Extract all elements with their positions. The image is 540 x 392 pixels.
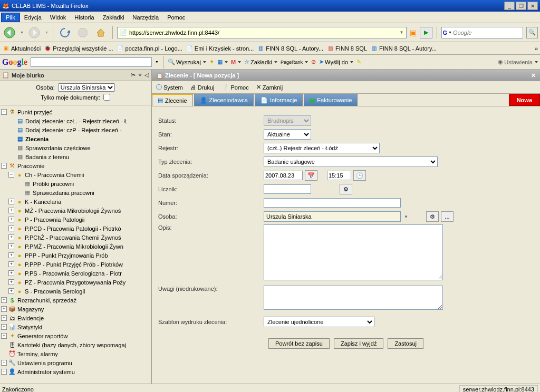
tree-item[interactable]: Próbki pracowni <box>33 181 74 187</box>
menu-narzedzia[interactable]: Narzędzia <box>129 13 163 22</box>
rejestr-select[interactable]: (czŁ.) Rejestr zleceń - Łódź <box>264 143 380 153</box>
expander-icon[interactable]: − <box>1 109 7 115</box>
close-button[interactable]: ✕ <box>527 2 538 10</box>
szablon-select[interactable]: Zlecenie ujednolicone <box>264 317 374 327</box>
save-button[interactable]: Zapisz i wyjdź <box>334 338 383 349</box>
menu-zamknij[interactable]: ✕Zamknij <box>256 84 283 91</box>
tree-item[interactable]: Zlecenia <box>25 136 49 142</box>
bm-aktualnosci[interactable]: ▣Aktualności <box>2 45 41 52</box>
tab-zleceniodawca[interactable]: 👤Zleceniodawca <box>194 94 254 106</box>
expander-icon[interactable]: − <box>8 172 14 178</box>
expander-icon[interactable]: + <box>8 270 14 276</box>
tree-item[interactable]: Sprawozdania pracowni <box>33 190 94 196</box>
fwd-dropdown-icon[interactable]: ▼ <box>45 31 49 34</box>
back-button[interactable] <box>2 25 17 40</box>
bm-finn3[interactable]: ▥FINN 8 SQL - Autory... <box>370 45 437 52</box>
tree-item[interactable]: Dodaj zlecenie: czŁ. - Rejestr zleceń - … <box>25 118 128 124</box>
menu-pomoc[interactable]: ❔Pomoc <box>221 84 248 91</box>
menu-drukuj[interactable]: 🖨Drukuj <box>190 84 215 91</box>
osoba-field[interactable]: Urszula Siniarska <box>264 211 401 222</box>
gt-apps-dropdown[interactable]: ▦ <box>217 58 228 65</box>
licznik-input[interactable] <box>264 184 311 194</box>
bm-poczta[interactable]: 📄poczta.finn.pl - Logo... <box>117 45 182 52</box>
tab-fakturowanie[interactable]: ▤Fakturowanie <box>304 94 358 106</box>
expander-icon[interactable]: + <box>8 226 14 231</box>
tree-item[interactable]: Rozrachunki, sprzedaż <box>17 297 76 303</box>
date-input[interactable] <box>264 171 303 180</box>
expander-icon[interactable]: + <box>1 315 7 321</box>
tree-item[interactable]: K - Kancelaria <box>25 199 61 205</box>
numer-input[interactable] <box>264 198 401 208</box>
search-go-button[interactable]: 🔍 <box>526 27 538 38</box>
more-button[interactable]: ... <box>441 211 454 222</box>
bm-emi[interactable]: 📄Emi i Krzysiek - stron... <box>186 45 254 52</box>
search-engine-dropdown-icon[interactable]: ▼ <box>448 31 452 34</box>
tree-item[interactable]: P.PMŻ - Pracownia Mikrobiologii Żywn <box>25 243 123 250</box>
only-mine-checkbox[interactable] <box>103 94 110 101</box>
menu-historia[interactable]: Historia <box>70 13 98 22</box>
tree-item[interactable]: Sprawozdania częściowe <box>25 145 91 151</box>
tree-item[interactable]: Dodaj zlecenie: czP - Rejestr zleceń - <box>25 127 122 133</box>
tree-item[interactable]: MŻ - Pracownia Mikrobiologii Żywnoś <box>25 208 121 214</box>
tree-item[interactable]: P.PPP - Punkt Przyjęć Prób - Piotrków <box>25 261 123 268</box>
gt-gmail-icon[interactable]: M <box>231 59 241 65</box>
opis-textarea[interactable] <box>264 224 443 280</box>
menu-system[interactable]: ⓘSystem <box>156 83 183 91</box>
gt-settings[interactable]: ◉ Ustawienia <box>498 58 538 65</box>
gt-send[interactable]: ➤Wyślij do <box>319 58 353 65</box>
maximize-button[interactable]: ❐ <box>516 2 526 10</box>
expander-icon[interactable]: + <box>8 234 14 240</box>
expander-icon[interactable]: + <box>1 324 7 330</box>
forward-button[interactable] <box>27 25 42 40</box>
gt-bookmarks[interactable]: ☆Zakładki <box>244 58 277 65</box>
url-box[interactable]: 📄 ▼ <box>117 27 407 38</box>
url-input[interactable] <box>129 30 398 36</box>
home-button[interactable] <box>93 25 108 40</box>
tree-item[interactable]: Generator raportów <box>17 333 68 339</box>
tree-item[interactable]: Badania z terenu <box>25 154 69 160</box>
tree-item[interactable]: S - Pracownia Serologii <box>25 288 85 295</box>
close-icon[interactable]: ✕ <box>531 72 536 79</box>
tab-informacje[interactable]: 📄Informacje <box>255 94 303 106</box>
clock-button[interactable]: 🕒 <box>353 170 366 181</box>
gear-button[interactable]: ⚙ <box>426 211 439 222</box>
bm-finn1[interactable]: ▥FINN 8 SQL - Autory... <box>257 45 323 52</box>
gsearch-dropdown-icon[interactable]: ▼ <box>155 60 159 64</box>
apply-button[interactable]: Zastosuj <box>388 338 423 349</box>
tree-item[interactable]: Punkt przyjęć <box>17 109 52 115</box>
tree-item[interactable]: P.PCD - Pracownia Patologii - Piotrkó <box>25 226 121 232</box>
search-input[interactable] <box>453 30 522 36</box>
expander-icon[interactable]: + <box>8 252 14 258</box>
tree-item[interactable]: Statystyki <box>17 324 42 330</box>
tool-icon[interactable]: ✂ <box>131 72 136 79</box>
expander-icon[interactable]: + <box>8 217 14 222</box>
expander-icon[interactable]: − <box>1 163 7 169</box>
calendar-button[interactable]: 📅 <box>305 170 317 181</box>
osoba-filter-select[interactable]: Urszula Siniarska <box>58 83 115 92</box>
expander-icon[interactable]: + <box>1 369 7 375</box>
expander-icon[interactable]: + <box>8 288 14 294</box>
collapse-icon[interactable]: ◁ <box>144 72 149 79</box>
rss-icon[interactable]: ▣ <box>410 28 417 37</box>
go-button[interactable]: ▶ <box>420 27 432 38</box>
stan-select[interactable]: Aktualne <box>264 129 311 140</box>
expander-icon[interactable]: + <box>8 208 14 213</box>
menu-plik[interactable]: Plik <box>1 13 20 22</box>
gear-button[interactable]: ⚙ <box>340 184 352 194</box>
tree-item[interactable]: Administrator systemu <box>17 369 75 375</box>
gt-search[interactable]: 🔍Wyszukaj <box>168 58 206 65</box>
time-input[interactable] <box>327 171 351 180</box>
tree-item[interactable]: Ustawienia programu <box>17 360 72 366</box>
stop-button[interactable] <box>75 25 90 40</box>
tree-item[interactable]: P.PS - Pracownia Serologiczna - Piotr <box>25 270 122 277</box>
expander-icon[interactable]: + <box>1 360 7 366</box>
menu-pomoc[interactable]: Pomoc <box>163 13 189 22</box>
gt-block-icon[interactable]: ⊘ <box>311 58 316 65</box>
search-box[interactable]: G▼ <box>441 27 524 38</box>
tree-item[interactable]: PZ - Pracownia Przygotowywania Poży <box>25 279 126 286</box>
expander-icon[interactable]: + <box>8 261 14 267</box>
search-engine-icon[interactable]: G <box>443 30 448 36</box>
tree-item[interactable]: Magazyny <box>17 306 44 312</box>
tree-item[interactable]: PPP - Punkt Przyjmowania Prób <box>25 252 108 259</box>
tree-item[interactable]: Ch - Pracownia Chemii <box>25 172 84 178</box>
